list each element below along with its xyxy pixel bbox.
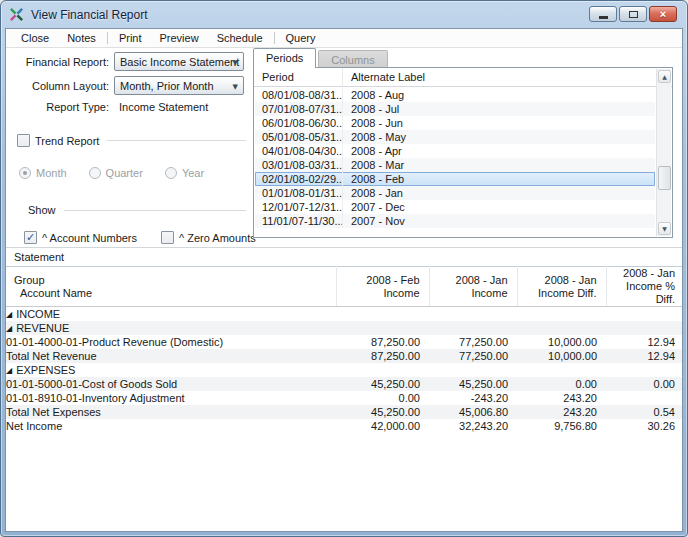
minimize-icon bbox=[599, 16, 608, 19]
statement-table: Group Account Name 2008 - Feb Income 200… bbox=[6, 266, 683, 433]
periods-scrollbar[interactable]: ▲ ▼ bbox=[656, 69, 671, 236]
statement-label: Statement bbox=[14, 251, 64, 263]
table-row-cost-of-goods-sold[interactable]: 01-01-5000-01-Cost of Goods Sold 45,250.… bbox=[6, 377, 683, 391]
column-layout-value: Month, Prior Month bbox=[120, 80, 214, 92]
window-title: View Financial Report bbox=[31, 8, 148, 22]
close-icon: × bbox=[660, 9, 666, 20]
alternate-label-value: 2008 - May bbox=[342, 130, 655, 144]
table-row-expenses-group[interactable]: ◢EXPENSES bbox=[6, 363, 683, 377]
menu-separator bbox=[274, 32, 275, 44]
account-numbers-checkbox[interactable]: ✓ bbox=[24, 231, 37, 244]
chevron-down-icon: ▼ bbox=[233, 83, 238, 91]
period-value: 06/01/08-06/30... bbox=[255, 117, 342, 129]
scroll-up-icon[interactable]: ▲ bbox=[658, 70, 671, 83]
tab-strip: Periods Columns bbox=[253, 48, 388, 68]
column-layout-label: Column Layout: bbox=[6, 80, 114, 92]
menu-separator bbox=[107, 32, 108, 44]
period-row[interactable]: 05/01/08-05/31...2008 - May bbox=[255, 130, 655, 144]
column-header-account[interactable]: Group Account Name bbox=[6, 267, 336, 307]
menu-print[interactable]: Print bbox=[110, 30, 151, 46]
maximize-icon bbox=[629, 11, 638, 18]
show-group-label: Show bbox=[28, 204, 56, 216]
app-logo-icon bbox=[9, 7, 24, 22]
financial-report-label: Financial Report: bbox=[6, 56, 114, 68]
column-header-feb-income[interactable]: 2008 - Feb Income bbox=[336, 267, 429, 307]
zero-amounts-checkbox[interactable] bbox=[161, 231, 174, 244]
period-value: 07/01/08-07/31... bbox=[255, 103, 342, 115]
report-type-label: Report Type: bbox=[6, 101, 114, 113]
period-value: 01/01/08-01/31... bbox=[255, 187, 342, 199]
radio-quarter[interactable] bbox=[89, 167, 101, 179]
tab-columns[interactable]: Columns bbox=[318, 50, 387, 68]
total-label: Total Net Expenses bbox=[6, 406, 101, 418]
period-row[interactable]: 08/01/08-08/31...2008 - Aug bbox=[255, 88, 655, 102]
scroll-down-icon[interactable]: ▼ bbox=[658, 222, 671, 235]
period-row[interactable]: 03/01/08-03/31...2008 - Mar bbox=[255, 158, 655, 172]
alternate-label-value: 2008 - Aug bbox=[342, 88, 655, 102]
column-header-income-pct-diff[interactable]: 2008 - Jan Income % Diff. bbox=[606, 267, 683, 307]
scrollbar-thumb[interactable] bbox=[658, 166, 671, 190]
check-icon: ✓ bbox=[26, 232, 35, 243]
alternate-label-value: 2008 - Jul bbox=[342, 102, 655, 116]
maximize-button[interactable] bbox=[619, 6, 647, 22]
period-value: 02/01/08-02/29... bbox=[255, 173, 342, 185]
table-row-income-group[interactable]: ◢INCOME bbox=[6, 307, 683, 321]
radio-year[interactable] bbox=[165, 167, 177, 179]
financial-report-value: Basic Income Statement bbox=[120, 56, 239, 68]
radio-year-label: Year bbox=[182, 167, 204, 179]
period-row-selected[interactable]: 02/01/08-02/29...2008 - Feb bbox=[255, 172, 655, 186]
trend-report-checkbox[interactable] bbox=[17, 134, 30, 147]
menu-preview[interactable]: Preview bbox=[151, 30, 208, 46]
period-row[interactable]: 04/01/08-04/30...2008 - Apr bbox=[255, 144, 655, 158]
table-row-total-net-revenue[interactable]: Total Net Revenue 87,250.0077,250.0010,0… bbox=[6, 349, 683, 363]
period-value: 05/01/08-05/31... bbox=[255, 131, 342, 143]
expand-icon[interactable]: ◢ bbox=[6, 366, 12, 375]
expand-icon[interactable]: ◢ bbox=[6, 324, 12, 333]
column-layout-select[interactable]: Month, Prior Month ▼ bbox=[114, 76, 244, 95]
menu-notes[interactable]: Notes bbox=[58, 30, 105, 46]
menu-bar: Close Notes Print Preview Schedule Query bbox=[6, 29, 682, 48]
tab-periods[interactable]: Periods bbox=[253, 48, 316, 68]
menu-query[interactable]: Query bbox=[277, 30, 325, 46]
menu-schedule[interactable]: Schedule bbox=[208, 30, 272, 46]
table-row-net-income[interactable]: Net Income 42,000.0032,243.209,756.8030.… bbox=[6, 419, 683, 433]
period-value: 11/01/07-11/30... bbox=[255, 215, 342, 227]
periods-listbox: Period Alternate Label 08/01/08-08/31...… bbox=[253, 67, 673, 238]
group-name: REVENUE bbox=[16, 322, 69, 334]
alternate-label-value: 2008 - Mar bbox=[342, 158, 655, 172]
alternate-label-column-header[interactable]: Alternate Label bbox=[342, 68, 672, 86]
period-value: 04/01/08-04/30... bbox=[255, 145, 342, 157]
period-row[interactable]: 11/01/07-11/30...2007 - Nov bbox=[255, 214, 655, 228]
table-row-inventory-adjustment[interactable]: 01-01-8910-01-Inventory Adjustment 0.00-… bbox=[6, 391, 683, 405]
alternate-label-value: 2008 - Apr bbox=[342, 144, 655, 158]
statement-header-row: Group Account Name 2008 - Feb Income 200… bbox=[6, 267, 683, 307]
period-row[interactable]: 06/01/08-06/30...2008 - Jun bbox=[255, 116, 655, 130]
period-row[interactable]: 01/01/08-01/31...2008 - Jan bbox=[255, 186, 655, 200]
radio-month[interactable] bbox=[19, 167, 31, 179]
period-row[interactable]: 12/01/07-12/31...2007 - Dec bbox=[255, 200, 655, 214]
period-value: 12/01/07-12/31... bbox=[255, 201, 342, 213]
group-name: INCOME bbox=[16, 308, 60, 320]
table-row-total-net-expenses[interactable]: Total Net Expenses 45,250.0045,006.80243… bbox=[6, 405, 683, 419]
table-row-revenue-group[interactable]: ◢REVENUE bbox=[6, 321, 683, 335]
minimize-button[interactable] bbox=[589, 6, 617, 22]
account-name: 01-01-5000-01-Cost of Goods Sold bbox=[6, 378, 177, 390]
financial-report-select[interactable]: Basic Income Statement ▼ bbox=[114, 52, 244, 71]
period-row[interactable]: 07/01/08-07/31...2008 - Jul bbox=[255, 102, 655, 116]
group-divider bbox=[64, 210, 246, 211]
title-bar[interactable]: View Financial Report × bbox=[5, 1, 683, 28]
period-value: 03/01/08-03/31... bbox=[255, 159, 342, 171]
alternate-label-value: 2007 - Nov bbox=[342, 214, 655, 228]
report-options-panel: Financial Report: Basic Income Statement… bbox=[6, 49, 682, 247]
table-row-product-revenue[interactable]: 01-01-4000-01-Product Revenue (Domestic)… bbox=[6, 335, 683, 349]
column-header-jan-income[interactable]: 2008 - Jan Income bbox=[429, 267, 517, 307]
report-type-value: Income Statement bbox=[114, 101, 208, 113]
total-label: Net Income bbox=[6, 420, 62, 432]
group-name: EXPENSES bbox=[16, 364, 75, 376]
zero-amounts-label: ^ Zero Amounts bbox=[179, 232, 256, 244]
close-button[interactable]: × bbox=[649, 6, 677, 22]
menu-close[interactable]: Close bbox=[12, 30, 58, 46]
expand-icon[interactable]: ◢ bbox=[6, 310, 12, 319]
column-header-income-diff[interactable]: 2008 - Jan Income Diff. bbox=[517, 267, 606, 307]
period-column-header[interactable]: Period bbox=[254, 71, 342, 83]
